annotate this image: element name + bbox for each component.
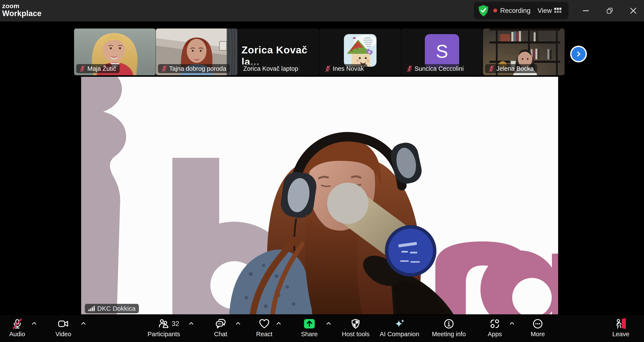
host-tools-label: Host tools (342, 331, 370, 338)
name-label: Maja Žutić (76, 64, 120, 73)
participant-name: Suncica Ceccolini (414, 65, 464, 72)
avatar-letter: S (425, 34, 459, 68)
host-tools-button[interactable]: Host tools (342, 318, 370, 338)
react-label: React (256, 331, 272, 338)
active-speaker-label: DKC Dokkica (85, 304, 139, 313)
heart-icon (259, 319, 270, 329)
chat-label: Chat (214, 331, 227, 338)
participant-tile-suncica[interactable]: S Suncica Ceccolini (401, 28, 483, 75)
participant-name: Tajna dobrog poroda (169, 65, 226, 72)
chat-options-caret[interactable] (235, 322, 241, 325)
participant-tile-maja[interactable]: Maja Žutić (74, 28, 156, 75)
participants-label: Participants (148, 331, 180, 338)
meeting-toolbar (0, 315, 644, 342)
avatar (344, 34, 376, 67)
close-button[interactable] (624, 0, 643, 21)
participants-count: 32 (172, 320, 179, 328)
participant-name: Zorica Kovač laptop (243, 65, 298, 72)
meeting-info-label: Meeting info (432, 331, 466, 338)
participants-icon (158, 319, 169, 329)
filmstrip-next-button[interactable] (570, 46, 587, 62)
recording-indicator[interactable]: Recording (500, 7, 530, 14)
mic-muted-icon (162, 65, 167, 72)
share-icon (304, 319, 315, 329)
share-label: Share (301, 331, 318, 338)
share-button[interactable]: Share (301, 318, 318, 338)
mic-muted-icon (80, 65, 85, 72)
shield-check-icon[interactable] (478, 5, 489, 17)
active-speaker-video: DKC Dokkica (81, 77, 558, 314)
participant-tile-ines[interactable]: Ines Novak (320, 28, 401, 75)
record-dot (493, 8, 497, 12)
zoom-workplace-logo: zoom Workplace (2, 2, 42, 17)
apps-button[interactable]: Apps (488, 318, 502, 338)
active-speaker-name: DKC Dokkica (97, 305, 136, 312)
storybook-avatar-image (344, 34, 376, 67)
name-label: Zorica Kovač laptop (240, 64, 302, 73)
ai-companion-label: AI Companion (380, 331, 419, 338)
stage-video-frame (81, 77, 558, 314)
zoom-meeting-window: zoom Workplace Recording View (0, 0, 644, 342)
participant-name: Ines Novak (333, 65, 364, 72)
mic-muted-icon (488, 65, 494, 72)
name-label: Jelena Bocka (485, 64, 537, 73)
grid-view-icon[interactable] (554, 7, 562, 14)
leave-button[interactable]: Leave (612, 318, 629, 338)
participant-tile-tajna[interactable]: Tajna dobrog poroda (156, 28, 238, 75)
title-bar: zoom Workplace Recording View (0, 0, 644, 21)
participant-name: Maja Žutić (87, 65, 116, 72)
video-button[interactable]: Video (56, 318, 71, 338)
apps-label: Apps (488, 331, 502, 338)
audio-label: Audio (9, 331, 25, 338)
react-options-caret[interactable] (276, 322, 282, 325)
name-label: Tajna dobrog poroda (158, 64, 230, 73)
logo-line-zoom: zoom (2, 2, 42, 9)
mic-muted-icon (325, 65, 330, 72)
logo-line-workplace: Workplace (2, 9, 42, 17)
minimize-button[interactable] (576, 0, 596, 21)
ellipsis-icon (532, 319, 543, 329)
participants-options-caret[interactable] (188, 322, 194, 325)
audio-options-caret[interactable] (31, 322, 37, 325)
participant-tile-zorica[interactable]: Zorica Kovač la... Zorica Kovač laptop (238, 28, 319, 75)
leave-door-icon (615, 318, 626, 329)
sparkle-icon (394, 319, 405, 329)
video-label: Video (56, 331, 71, 338)
minimize-icon (583, 10, 589, 11)
share-options-caret[interactable] (326, 322, 332, 325)
signal-bars-icon (88, 306, 95, 312)
name-label: Ines Novak (322, 64, 367, 73)
restore-icon (606, 7, 614, 14)
chat-button[interactable]: Chat (214, 318, 227, 338)
mic-muted-icon (407, 65, 412, 72)
meeting-info-button[interactable]: Meeting info (432, 318, 466, 338)
apps-options-caret[interactable] (509, 322, 515, 325)
restore-button[interactable] (600, 0, 619, 21)
chevron-right-icon (575, 51, 582, 57)
apps-icon (490, 319, 500, 329)
participant-tile-jelena[interactable]: Jelena Bocka (483, 28, 564, 75)
leave-label: Leave (612, 331, 629, 338)
performer (229, 137, 454, 314)
audio-button[interactable]: Audio (9, 318, 25, 338)
close-icon (630, 7, 637, 14)
ai-companion-button[interactable]: AI Companion (380, 318, 419, 338)
more-label: More (531, 331, 545, 338)
shield-half-icon (350, 319, 361, 329)
view-button[interactable]: View (538, 7, 552, 14)
info-icon (444, 319, 454, 329)
name-label: Suncica Ceccolini (403, 64, 467, 73)
meeting-status-pill: Recording View (474, 2, 568, 19)
camera-icon (58, 319, 69, 329)
video-options-caret[interactable] (81, 322, 86, 325)
react-button[interactable]: React (256, 318, 272, 338)
chat-icon (215, 319, 226, 329)
more-button[interactable]: More (531, 318, 545, 338)
avatar: S (425, 34, 459, 68)
participant-name: Jelena Bocka (496, 65, 534, 72)
mic-muted-icon (12, 319, 22, 329)
